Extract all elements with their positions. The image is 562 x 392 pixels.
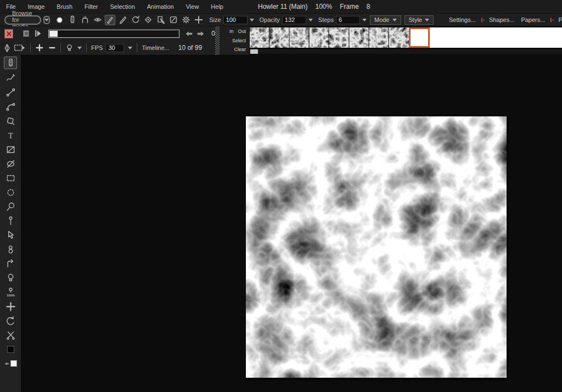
line-tool-icon[interactable] xyxy=(4,87,17,98)
frame-slider[interactable] xyxy=(48,30,179,38)
fps-input[interactable]: 30 xyxy=(105,44,124,52)
paint-brush-icon[interactable] xyxy=(4,57,17,69)
mode-button[interactable]: Mode xyxy=(370,15,401,25)
menu-animation[interactable]: Animation xyxy=(141,3,180,10)
papers-link[interactable]: Papers... xyxy=(521,16,545,23)
steps-label: Steps xyxy=(318,16,334,23)
keyframe-dropdown-icon[interactable] xyxy=(77,47,82,49)
anim-row: FPS 30 Timeline... 10 of 99 xyxy=(0,41,215,55)
close-icon[interactable] xyxy=(4,29,13,38)
window-title: Howler 11 (Main) 100% Frame 8 xyxy=(258,3,370,10)
timeline-scrollbar[interactable] xyxy=(250,48,562,54)
menu-help[interactable]: Help xyxy=(205,3,229,10)
particles-link[interactable]: Particles... xyxy=(558,16,562,23)
opacity-dropdown-icon[interactable] xyxy=(308,19,313,21)
menu-file[interactable]: File xyxy=(0,3,22,10)
curve-tool-icon[interactable] xyxy=(4,101,17,112)
eye-icon[interactable] xyxy=(92,15,103,25)
circle-select-icon[interactable] xyxy=(4,187,17,198)
frame-number: 8 xyxy=(367,3,370,10)
timeline-filmstrip[interactable] xyxy=(250,27,562,48)
steps-dropdown-icon[interactable] xyxy=(362,19,367,21)
crosshair-icon[interactable] xyxy=(193,15,204,25)
size-input[interactable]: 100 xyxy=(223,16,248,24)
browse-media-button[interactable]: Browse for media... xyxy=(4,15,41,25)
edit-box-icon[interactable] xyxy=(168,15,178,25)
clear-button[interactable]: Clear xyxy=(234,47,246,52)
add-frame-icon[interactable] xyxy=(35,43,44,52)
prev-frame-icon[interactable] xyxy=(185,30,193,37)
onion-skin-icon[interactable] xyxy=(3,43,11,53)
page-flip-icon[interactable] xyxy=(4,258,17,269)
lamp-tool-icon[interactable] xyxy=(4,272,17,283)
fill-tool-icon[interactable] xyxy=(4,115,17,126)
settings-link[interactable]: Settings... xyxy=(449,16,476,23)
picker-pin-icon[interactable] xyxy=(4,215,17,226)
background-color-swatch[interactable] xyxy=(4,358,17,369)
crop-tool-icon[interactable] xyxy=(4,144,17,155)
papers-dot-icon[interactable] xyxy=(550,18,552,23)
swap-colors-icon[interactable] xyxy=(4,361,9,366)
clone-tool-icon[interactable] xyxy=(4,244,17,255)
swirl-icon[interactable] xyxy=(130,15,140,25)
magnifier-icon[interactable] xyxy=(4,201,17,212)
menubar: File Image Brush Filter Selection Animat… xyxy=(0,0,562,14)
chevron-down-icon xyxy=(44,19,49,21)
menu-selection[interactable]: Selection xyxy=(104,3,141,10)
tool-sidebar: T 100% xyxy=(0,55,21,392)
timeline-scroll-thumb[interactable] xyxy=(250,49,258,54)
pen-tool-icon[interactable] xyxy=(105,15,115,25)
menu-brush[interactable]: Brush xyxy=(50,3,78,10)
selected-frame[interactable] xyxy=(409,27,430,48)
fps-dropdown-icon[interactable] xyxy=(128,47,132,49)
target-icon[interactable] xyxy=(143,15,153,25)
menu-view[interactable]: View xyxy=(180,3,205,10)
divider xyxy=(86,43,87,52)
undo-arrow-icon[interactable] xyxy=(4,315,17,326)
menu-image[interactable]: Image xyxy=(22,3,51,10)
slider-thumb[interactable] xyxy=(49,31,58,37)
timeline-link[interactable]: Timeline... xyxy=(142,44,169,51)
rect-select-icon[interactable] xyxy=(4,172,17,183)
next-frame-icon[interactable] xyxy=(196,30,205,37)
out-button[interactable]: Out xyxy=(238,29,246,34)
steps-input[interactable]: 6 xyxy=(336,16,360,24)
play-step-icon[interactable] xyxy=(33,29,43,38)
transform-arrow-icon[interactable] xyxy=(4,229,17,240)
settings-dot-icon[interactable] xyxy=(481,18,482,23)
remove-frame-icon[interactable] xyxy=(48,43,56,52)
gear-icon[interactable] xyxy=(181,15,191,25)
mode-label: Mode xyxy=(374,16,390,23)
size-dropdown-icon[interactable] xyxy=(250,19,254,21)
text-tool-icon[interactable]: T xyxy=(4,130,17,141)
pencil-icon[interactable] xyxy=(117,15,128,25)
zoom-100-icon[interactable]: 100% xyxy=(4,287,17,298)
airbrush-icon[interactable] xyxy=(4,72,17,83)
brush-tip-icon[interactable] xyxy=(67,15,77,25)
zoom-level: 100% xyxy=(315,3,332,10)
shapes-link[interactable]: Shapes... xyxy=(489,16,514,23)
select-button[interactable]: Select xyxy=(232,38,246,43)
browse-media-dropdown[interactable] xyxy=(43,16,50,24)
frame-counter: 0 xyxy=(211,30,215,37)
dotted-separator[interactable] xyxy=(215,26,220,55)
toolbar-icons xyxy=(54,15,204,25)
cut-tool-icon[interactable] xyxy=(4,329,17,340)
style-button[interactable]: Style xyxy=(404,15,434,25)
stop-icon[interactable] xyxy=(23,30,29,37)
empty-frames-area[interactable] xyxy=(430,27,562,48)
keyframe-lamp-icon[interactable] xyxy=(65,43,74,53)
in-button[interactable]: In xyxy=(229,29,234,34)
canvas-image[interactable] xyxy=(246,116,507,378)
frame-thumbnails[interactable] xyxy=(250,27,409,48)
copy-page-icon[interactable] xyxy=(155,15,166,25)
move-crosshair-icon[interactable] xyxy=(4,301,17,312)
brush-preview-dot-icon[interactable] xyxy=(54,15,65,25)
ellipse-tool-icon[interactable] xyxy=(4,158,17,169)
foreground-color-swatch[interactable] xyxy=(4,344,17,355)
preview-range-icon[interactable] xyxy=(14,43,26,52)
menu-filter[interactable]: Filter xyxy=(78,3,104,10)
timeline-labels: In Out Select Clear xyxy=(220,26,249,55)
smear-tool-icon[interactable] xyxy=(80,15,90,25)
opacity-input[interactable]: 132 xyxy=(282,16,306,24)
